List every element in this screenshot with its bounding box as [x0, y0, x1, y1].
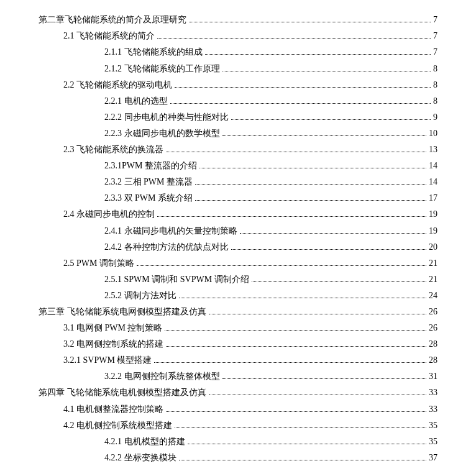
- toc-leader-dots: [189, 22, 431, 22]
- toc-leader-dots: [175, 427, 426, 428]
- toc-leader-dots: [205, 54, 431, 55]
- toc-leader-dots: [166, 152, 426, 152]
- toc-entry-page: 31: [429, 369, 437, 384]
- toc-entry: 2.1 飞轮储能系统的简介7: [39, 29, 437, 43]
- toc-entry-text: 第四章 飞轮储能系统电机侧模型搭建及仿真: [39, 385, 206, 400]
- toc-entry: 2.5.2 调制方法对比 24: [39, 288, 437, 303]
- toc-leader-dots: [166, 346, 426, 347]
- toc-entry: 2.2.2 同步电机的种类与性能对比9: [39, 110, 437, 125]
- toc-entry-text: 3.1 电网侧 PWM 控制策略: [63, 321, 162, 336]
- toc-entry-page: 24: [429, 288, 437, 303]
- toc-entry-page: 10: [429, 126, 437, 141]
- toc-entry: 2.5.1 SPWM 调制和 SVPWM 调制介绍 21: [39, 272, 437, 287]
- toc-leader-dots: [188, 444, 427, 444]
- toc-entry-text: 2.4.2 各种控制方法的优缺点对比: [104, 240, 229, 255]
- toc-entry: 2.4.2 各种控制方法的优缺点对比20: [39, 240, 437, 255]
- toc-leader-dots: [199, 168, 426, 168]
- toc-leader-dots: [222, 135, 427, 136]
- toc-leader-dots: [166, 411, 426, 412]
- toc-entry-text: 4.2.2 坐标变换模块: [104, 450, 176, 465]
- toc-entry-page: 28: [429, 337, 437, 352]
- toc-entry-page: 33: [429, 385, 437, 400]
- toc-entry-text: 2.5.1 SPWM 调制和 SVPWM 调制介绍: [104, 272, 249, 287]
- toc-leader-dots: [179, 460, 427, 460]
- toc-entry: 2.1.2 飞轮储能系统的工作原理8: [39, 62, 437, 76]
- toc-leader-dots: [222, 378, 427, 379]
- toc-entry-page: 14: [429, 158, 437, 173]
- toc-entry: 4.2.2 坐标变换模块37: [39, 450, 437, 465]
- toc-entry-text: 4.2.1 电机模型的搭建: [104, 434, 185, 449]
- toc-entry-page: 21: [429, 256, 437, 271]
- toc-entry-text: 4.1 电机侧整流器控制策略: [63, 402, 163, 417]
- toc-leader-dots: [209, 395, 427, 395]
- toc-entry-text: 2.3 飞轮储能系统的换流器: [63, 142, 163, 157]
- toc-entry-text: 3.2.2 电网侧控制系统整体模型: [104, 369, 220, 384]
- toc-entry-page: 7: [433, 12, 437, 27]
- toc-entry: 2.3.1PWM 整流器的介绍 14: [39, 158, 437, 173]
- toc-entry-text: 2.2.3 永磁同步电机的数学模型: [104, 126, 220, 141]
- toc-entry: 2.4 永磁同步电机的控制19: [39, 207, 437, 222]
- toc-entry-page: 26: [429, 321, 437, 336]
- toc-entry-page: 19: [429, 224, 437, 239]
- toc-entry-text: 2.5 PWM 调制策略: [63, 256, 134, 271]
- toc-leader-dots: [252, 281, 426, 282]
- toc-leader-dots: [137, 265, 426, 266]
- toc-entry: 第四章 飞轮储能系统电机侧模型搭建及仿真 33: [39, 385, 437, 400]
- toc-leader-dots: [222, 71, 431, 71]
- toc-leader-dots: [154, 362, 426, 363]
- toc-leader-dots: [179, 298, 427, 298]
- toc-entry-text: 第三章 飞轮储能系统电网侧模型搭建及仿真: [39, 304, 206, 319]
- toc-entry: 3.2 电网侧控制系统的搭建28: [39, 337, 437, 352]
- toc-leader-dots: [170, 103, 431, 104]
- toc-leader-dots: [157, 38, 431, 39]
- toc-entry-page: 8: [433, 62, 437, 76]
- toc-entry: 4.2.1 电机模型的搭建35: [39, 434, 437, 449]
- toc-leader-dots: [165, 330, 426, 331]
- toc-entry-text: 2.3.1PWM 整流器的介绍: [104, 158, 197, 173]
- toc-entry-page: 13: [429, 142, 437, 157]
- toc-entry: 2.2 飞轮储能系统的驱动电机 8: [39, 78, 437, 93]
- toc-entry-text: 2.2 飞轮储能系统的驱动电机: [63, 78, 172, 93]
- toc-entry-text: 2.3.2 三相 PWM 整流器: [104, 175, 193, 190]
- toc-entry: 2.4.1 永磁同步电机的矢量控制策略 19: [39, 224, 437, 239]
- toc-entry-text: 2.1.2 飞轮储能系统的工作原理: [104, 62, 220, 76]
- toc-entry-text: 2.2.1 电机的选型: [104, 94, 168, 109]
- toc-entry-page: 14: [429, 175, 437, 190]
- toc-entry-text: 第二章飞轮储能系统的简介及原理研究: [39, 12, 186, 27]
- toc-entry: 2.2.3 永磁同步电机的数学模型10: [39, 126, 437, 141]
- toc-entry: 2.1.1 飞轮储能系统的组成7: [39, 45, 437, 60]
- toc-entry-text: 2.4 永磁同步电机的控制: [63, 207, 155, 222]
- toc-entry-page: 7: [433, 45, 437, 60]
- toc-entry-text: 2.1 飞轮储能系统的简介: [63, 29, 155, 43]
- toc-entry-page: 8: [433, 78, 437, 93]
- toc-entry-page: 7: [433, 29, 437, 43]
- toc-leader-dots: [231, 119, 431, 120]
- toc-entry-page: 21: [429, 272, 437, 287]
- toc-entry: 第二章飞轮储能系统的简介及原理研究7: [39, 12, 437, 27]
- toc-entry: 3.2.2 电网侧控制系统整体模型31: [39, 369, 437, 384]
- toc-entry-text: 2.2.2 同步电机的种类与性能对比: [104, 110, 229, 125]
- toc-leader-dots: [157, 216, 426, 217]
- toc-entry: 3.1 电网侧 PWM 控制策略26: [39, 321, 437, 336]
- toc-entry: 4.1 电机侧整流器控制策略33: [39, 402, 437, 417]
- toc-entry: 2.3 飞轮储能系统的换流器13: [39, 142, 437, 157]
- toc-entry-text: 2.5.2 调制方法对比: [104, 288, 176, 303]
- toc-entry: 3.2.1 SVPWM 模型搭建28: [39, 353, 437, 368]
- toc-entry-text: 2.1.1 飞轮储能系统的组成: [104, 45, 203, 60]
- toc-entry-text: 2.3.3 双 PWM 系统介绍: [104, 191, 193, 206]
- toc-entry-page: 26: [429, 304, 437, 319]
- toc-entry-page: 28: [429, 353, 437, 368]
- toc-entry-page: 8: [433, 94, 437, 109]
- toc-entry-text: 4.2 电机侧控制系统模型搭建: [63, 418, 172, 433]
- toc-container: 第二章飞轮储能系统的简介及原理研究72.1 飞轮储能系统的简介72.1.1 飞轮…: [0, 0, 476, 466]
- toc-entry: 2.3.3 双 PWM 系统介绍17: [39, 191, 437, 206]
- toc-leader-dots: [240, 233, 427, 234]
- toc-entry: 2.3.2 三相 PWM 整流器14: [39, 175, 437, 190]
- toc-leader-dots: [209, 314, 427, 314]
- toc-entry: 第三章 飞轮储能系统电网侧模型搭建及仿真 26: [39, 304, 437, 319]
- toc-entry-page: 19: [429, 207, 437, 222]
- toc-entry: 2.5 PWM 调制策略 21: [39, 256, 437, 271]
- toc-leader-dots: [195, 184, 426, 185]
- toc-entry-text: 3.2.1 SVPWM 模型搭建: [63, 353, 152, 368]
- toc-entry-page: 37: [429, 450, 437, 465]
